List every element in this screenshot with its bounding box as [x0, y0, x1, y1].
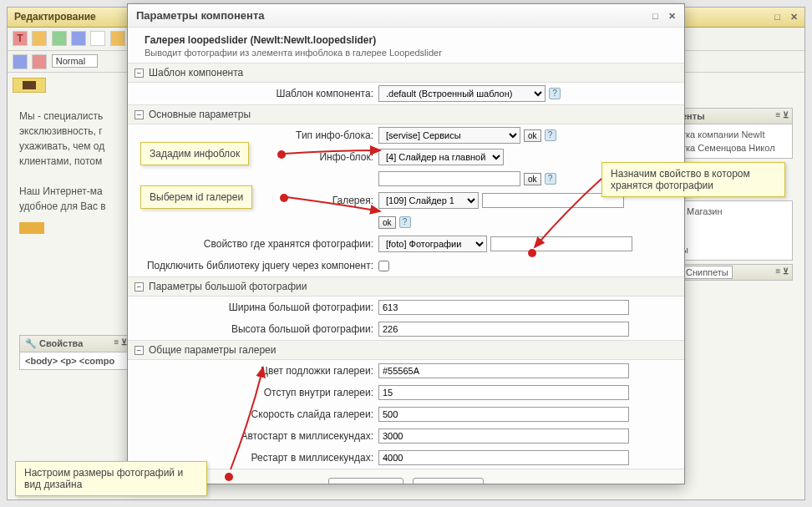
- tool-icon[interactable]: [13, 54, 28, 69]
- tool-icon[interactable]: [52, 31, 67, 46]
- panel-header: енты ≡ ⊻: [676, 108, 793, 124]
- callout: Назначим свойство в котором хранятся фот…: [601, 162, 785, 197]
- label-auto: Автостарт в миллисекундах:: [136, 430, 378, 442]
- list-item[interactable]: : Магазин: [682, 205, 787, 218]
- label-bh: Высота большой фотографии:: [136, 323, 378, 335]
- callout-dot: [280, 194, 288, 202]
- ibtype-select[interactable]: [servise] Сервисы: [378, 127, 520, 144]
- label-ibtype: Тип инфо-блока:: [136, 129, 378, 141]
- help-icon[interactable]: ?: [399, 216, 411, 228]
- section-bigphoto[interactable]: −Параметры большой фотографии: [128, 276, 684, 297]
- ib-select[interactable]: [4] Слайдер на главной: [378, 149, 504, 165]
- drag-handle-icon[interactable]: [13, 78, 46, 93]
- cancel-button[interactable]: Отменить: [413, 478, 484, 484]
- list-item[interactable]: тка Семенцова Никол: [682, 141, 787, 155]
- help-icon[interactable]: ?: [549, 88, 561, 99]
- tool-text-icon[interactable]: T: [13, 31, 28, 46]
- restart-input[interactable]: [378, 450, 629, 465]
- tool-icon[interactable]: [90, 31, 105, 46]
- minimize-icon[interactable]: □: [772, 12, 784, 23]
- label-speed: Скорость слайда галереи:: [136, 408, 378, 420]
- label-bw: Ширина большой фотографии:: [136, 302, 378, 313]
- component-title: Галерея loopedslider (NewIt:NewIt.looped…: [145, 34, 667, 46]
- label-bgcolor: Цвет подложки галереи:: [136, 365, 378, 377]
- width-input[interactable]: [378, 300, 629, 315]
- panel-header: Сниппеты ≡ ⊻: [676, 264, 793, 281]
- expand-icon[interactable]: □: [649, 11, 661, 23]
- wrench-icon: 🔧: [25, 338, 37, 348]
- editor-title: Редактирование: [14, 11, 96, 23]
- dom-path: <body> <p> <compo: [25, 356, 125, 366]
- ok-button[interactable]: ok: [524, 173, 541, 185]
- label-pad: Отступ внутри галереи:: [136, 387, 378, 398]
- speed-input[interactable]: [378, 407, 629, 422]
- help-icon[interactable]: ?: [545, 173, 556, 185]
- format-select[interactable]: Normal: [52, 54, 98, 68]
- height-input[interactable]: [378, 322, 629, 337]
- tool-icon[interactable]: [71, 31, 86, 46]
- callout-dot: [225, 473, 233, 481]
- component-placeholder-icon[interactable]: [19, 222, 44, 234]
- template-select[interactable]: .default (Встроенный шаблон): [378, 85, 546, 102]
- dialog-titlebar: Параметры компонента □ ✕: [128, 4, 684, 28]
- bgcolor-input[interactable]: [378, 363, 629, 378]
- section-main[interactable]: −Основные параметры: [128, 104, 684, 124]
- component-params-dialog: Параметры компонента □ ✕ Галерея loopeds…: [127, 3, 685, 484]
- section-common[interactable]: −Общие параметры галереи: [128, 340, 684, 360]
- callout: Настроим размеры фотографий и вид дизайн…: [15, 461, 207, 496]
- callout: Выберем id галереи: [140, 185, 252, 209]
- padding-input[interactable]: [378, 385, 629, 400]
- callout-dot: [277, 150, 286, 159]
- collapse-icon[interactable]: −: [134, 110, 144, 119]
- ib-input[interactable]: [378, 171, 520, 186]
- tool-icon[interactable]: [32, 31, 47, 46]
- component-desc: Выводит фотографии из элемента инфоблока…: [145, 48, 667, 58]
- list-item[interactable]: ы: [682, 243, 787, 256]
- ok-button[interactable]: ok: [524, 129, 541, 142]
- jquery-checkbox[interactable]: [378, 261, 389, 271]
- help-icon[interactable]: ?: [545, 129, 556, 141]
- panel-controls[interactable]: ≡ ⊻: [775, 110, 789, 119]
- label-jquery: Подключить библиотеку jquery через компо…: [136, 260, 378, 271]
- callout: Зададим инфоблок: [140, 142, 249, 165]
- ok-button[interactable]: ok: [378, 216, 396, 229]
- collapse-icon[interactable]: −: [134, 346, 144, 355]
- label-template: Шаблон компонента:: [136, 88, 378, 99]
- section-template[interactable]: −Шаблон компонента: [128, 63, 684, 83]
- properties-panel: 🔧 Свойства ≡ ⊻ <body> <p> <compo: [19, 335, 131, 370]
- collapse-icon[interactable]: −: [134, 282, 144, 292]
- callout-dot: [528, 249, 536, 257]
- save-button[interactable]: Сохранить: [328, 478, 403, 484]
- label-prop: Свойство где хранятся фотографии:: [136, 238, 378, 250]
- gallery-select[interactable]: [109] Слайдер 1: [378, 192, 479, 209]
- close-icon[interactable]: ✕: [666, 11, 678, 23]
- tool-icon[interactable]: [32, 54, 47, 69]
- panel-controls[interactable]: ≡ ⊻: [114, 337, 127, 347]
- svg-rect-1: [23, 81, 36, 89]
- tool-icon[interactable]: [110, 31, 125, 46]
- collapse-icon[interactable]: −: [134, 68, 144, 78]
- panel-controls[interactable]: ≡ ⊻: [775, 266, 789, 276]
- prop-input[interactable]: [490, 236, 632, 251]
- close-icon[interactable]: ✕: [788, 12, 799, 23]
- list-item[interactable]: тка компании NewIt: [682, 128, 787, 141]
- prop-select[interactable]: [foto] Фотографии: [378, 236, 487, 252]
- autostart-input[interactable]: [378, 428, 629, 444]
